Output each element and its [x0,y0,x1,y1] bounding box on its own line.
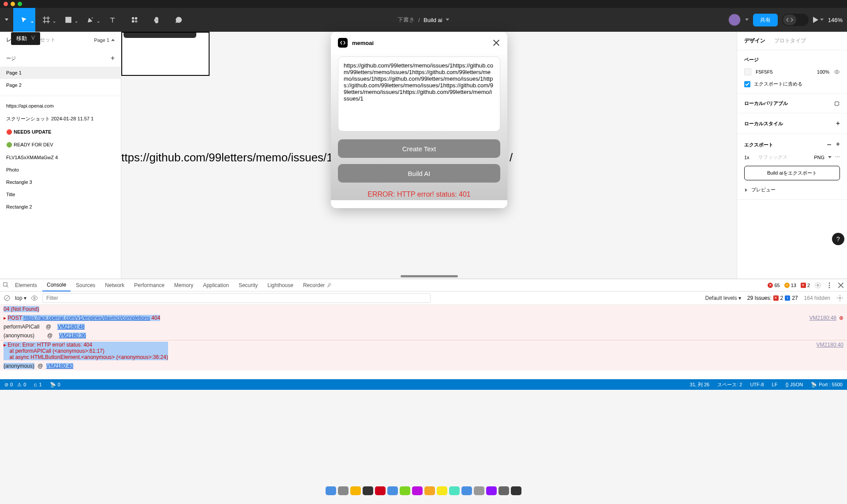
dock-app[interactable] [498,486,509,495]
design-tab[interactable]: デザイン [744,37,765,45]
dock-app[interactable] [437,486,447,495]
dock-app[interactable] [424,486,435,495]
console-filter-input[interactable] [42,293,431,303]
context-selector[interactable]: top ▾ [15,295,26,301]
hand-tool[interactable] [146,8,168,32]
console-line[interactable]: ▸ Error: Error: HTTP error! status: 404 … [0,340,847,362]
hidden-count[interactable]: 164 hidden [804,295,830,301]
chevron-down-icon[interactable] [446,19,450,21]
frame-tool[interactable] [35,8,57,32]
layer-item[interactable]: FLV1ASxXMAMaGwZ 4 [0,151,121,164]
gear-icon[interactable] [814,282,821,289]
move-tool[interactable] [13,8,35,32]
status-radio[interactable]: 📡 0 [50,382,60,388]
dt-tab-elements[interactable]: Elements [11,280,41,291]
dt-tab-sources[interactable]: Sources [71,280,100,291]
dock-app[interactable] [449,486,460,495]
dock-app[interactable] [486,486,497,495]
status-encoding[interactable]: UTF-8 [750,381,764,388]
page-item-1[interactable]: Page 1 [0,67,121,79]
dt-tab-memory[interactable]: Memory [170,280,198,291]
plugin-textarea[interactable]: https://github.com/99letters/memo/issues… [338,56,500,131]
pen-tool[interactable] [79,8,101,32]
dt-tab-security[interactable]: Security [234,280,262,291]
zoom-level[interactable]: 146% [828,17,843,23]
dock-app[interactable] [363,486,373,495]
source-link[interactable]: VM2180:40 [817,342,843,360]
add-export-button[interactable]: + [836,140,840,149]
eye-icon[interactable] [31,295,38,302]
canvas-frame[interactable] [121,32,210,76]
page-item-2[interactable]: Page 2 [0,79,121,91]
dt-tab-network[interactable]: Network [101,280,129,291]
log-levels-selector[interactable]: Default levels ▾ [705,295,741,301]
layer-item[interactable]: Rectangle 2 [0,201,121,213]
minimize-window[interactable] [11,2,15,6]
dt-tab-recorder[interactable]: Recorder [299,280,336,291]
resources-tool[interactable] [124,8,146,32]
more-icon[interactable] [826,282,833,289]
status-eol[interactable]: LF [772,381,778,388]
eye-icon[interactable] [834,69,840,75]
dock-app[interactable] [511,486,521,495]
console-line[interactable]: performAPICall @ VM2180:48 [0,322,847,331]
close-icon[interactable] [837,282,844,289]
add-page-button[interactable]: + [111,54,115,62]
dock-app[interactable] [326,486,336,495]
layer-item[interactable]: Title [0,188,121,201]
add-style-button[interactable]: + [836,119,840,127]
canvas-resize-handle[interactable] [401,275,458,277]
dock-app[interactable] [474,486,484,495]
source-link[interactable]: VM2180:48 [810,315,836,321]
export-button[interactable]: Build aiをエクスポート [744,166,840,180]
avatar-chevron-icon[interactable] [745,19,749,21]
inspect-icon[interactable] [3,282,10,289]
console-line[interactable]: (anonymous) @ VM2180:40 [0,362,847,370]
create-text-button[interactable]: Create Text [338,139,500,158]
dock-app[interactable] [350,486,361,495]
menu-button[interactable] [0,8,13,32]
bg-color-value[interactable]: F5F5F5 [756,69,773,75]
layer-item[interactable]: スクリーンショット 2024-01-28 11.57 1 [0,112,121,126]
remove-export-button[interactable]: − [827,140,832,149]
status-git[interactable]: ⎌ 1 [34,382,41,387]
gear-icon[interactable] [836,295,843,302]
status-cursor[interactable]: 31, 列 26 [690,381,710,388]
export-format[interactable]: PNG [814,155,825,160]
draft-label[interactable]: 下書き [397,16,415,24]
page-selector[interactable]: Page 1 [94,37,115,43]
dock-app[interactable] [387,486,398,495]
console-line[interactable]: (anonymous) @ VM2180:36 [0,331,847,340]
share-button[interactable]: 共有 [753,14,778,26]
dock-app[interactable] [400,486,410,495]
error-count-badge[interactable]: ✕65 [768,283,780,288]
chevron-down-icon[interactable] [828,156,832,159]
console-line[interactable]: 04 (Not Found) [4,306,39,312]
dock-app[interactable] [461,486,472,495]
close-window[interactable] [4,2,8,6]
clear-console-icon[interactable] [4,295,11,302]
layer-item[interactable]: 🟢 READY FOR DEV [0,138,121,151]
present-button[interactable] [813,17,824,23]
status-port[interactable]: 📡 Port : 5500 [811,381,843,388]
avatar[interactable] [728,14,741,26]
dt-tab-application[interactable]: Application [199,280,233,291]
close-icon[interactable] [492,39,500,47]
layer-item[interactable]: https://api.openai.com [0,100,121,112]
project-name[interactable]: Build ai [424,17,442,23]
layer-item[interactable]: 🔴 NEEDS UPDATE [0,126,121,138]
dock-app[interactable] [338,486,349,495]
dt-tab-performance[interactable]: Performance [130,280,169,291]
comment-tool[interactable] [168,8,190,32]
issues-badge[interactable]: 29 Issues: ✕2 i27 [747,295,798,301]
dock-app[interactable] [412,486,423,495]
maximize-window[interactable] [18,2,22,6]
status-lang[interactable]: {} JSON [785,381,803,388]
dt-tab-lighthouse[interactable]: Lighthouse [263,280,298,291]
export-scale-input[interactable] [744,155,755,160]
shape-tool[interactable] [57,8,79,32]
export-include-checkbox[interactable] [744,81,750,87]
bg-opacity[interactable]: 100% [817,69,829,75]
dev-mode-toggle[interactable] [782,14,809,26]
console-line[interactable]: ▸ POST https://api.openai.com/v1/engines… [0,314,847,322]
